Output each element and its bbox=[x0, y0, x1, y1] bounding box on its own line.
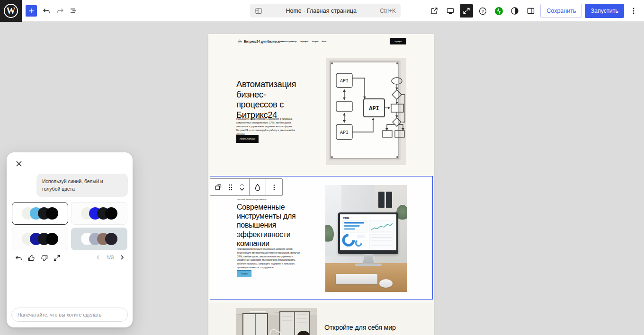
close-icon bbox=[15, 160, 23, 168]
redo-icon bbox=[56, 7, 64, 15]
site-logo-icon bbox=[238, 39, 242, 44]
block-options-button[interactable] bbox=[268, 180, 280, 194]
regenerate-undo-button[interactable] bbox=[14, 254, 23, 262]
thumbs-down-icon bbox=[40, 254, 48, 262]
header-cta-button[interactable]: Тарифы bbox=[390, 38, 406, 44]
undo-icon bbox=[42, 7, 51, 15]
jetpack-button[interactable] bbox=[492, 4, 505, 18]
hero-image-whiteboard[interactable]: API API API bbox=[326, 58, 406, 165]
office-photo-graphic bbox=[236, 308, 317, 335]
api-label-1: API bbox=[340, 79, 349, 84]
nav-item-blog[interactable]: Блог bbox=[322, 40, 326, 43]
wordpress-icon: W bbox=[4, 4, 18, 18]
expand-icon bbox=[462, 7, 471, 15]
imac-computer: CRM bbox=[338, 212, 398, 258]
crm-dashboard-graphic: CRM bbox=[340, 214, 396, 250]
site-header-block[interactable]: Битрикс24 для бизнеса Главная страница Т… bbox=[208, 34, 434, 48]
chevron-up-icon bbox=[239, 183, 245, 187]
shortcut-hint: Ctrl+K bbox=[380, 8, 396, 14]
section3-block[interactable]: Откройте для себя мир bbox=[208, 303, 434, 335]
wordpress-logo-button[interactable]: W bbox=[0, 0, 22, 22]
hero-title[interactable]: Автоматизация бизнес-процессов с Битрикс… bbox=[236, 79, 300, 120]
section2-body[interactable]: Платформа Битрикс24 предлагает широкий н… bbox=[237, 247, 301, 270]
chevron-down-icon bbox=[239, 187, 245, 191]
nav-item-pricing[interactable]: Тарифы bbox=[300, 40, 309, 43]
contrast-button[interactable] bbox=[508, 4, 521, 18]
prev-page-button[interactable] bbox=[94, 254, 102, 261]
svg-text:?: ? bbox=[482, 9, 484, 14]
section2-image-desk[interactable]: CRM bbox=[325, 185, 407, 292]
palette-option-4[interactable] bbox=[71, 228, 127, 250]
block-toolbar bbox=[210, 178, 283, 196]
expand-result-button[interactable] bbox=[53, 254, 61, 262]
api-flowchart-illustration: API API API bbox=[326, 58, 406, 165]
block-type-button[interactable] bbox=[212, 180, 224, 194]
drag-dots-icon bbox=[228, 184, 233, 191]
swatch bbox=[46, 207, 58, 220]
drag-handle[interactable] bbox=[224, 180, 237, 194]
contrast-icon bbox=[510, 7, 519, 15]
save-button[interactable]: Сохранить bbox=[540, 4, 582, 18]
desktop-icon bbox=[446, 7, 455, 15]
fullscreen-button[interactable] bbox=[460, 4, 473, 18]
styles-button[interactable] bbox=[251, 180, 264, 194]
layout-icon bbox=[255, 7, 262, 15]
imac-screen: CRM bbox=[338, 212, 398, 254]
section3-image-office[interactable] bbox=[236, 308, 317, 335]
ellipsis-vertical-icon bbox=[629, 7, 638, 15]
swatch bbox=[105, 207, 117, 220]
palette-option-1[interactable] bbox=[12, 202, 68, 225]
keyboard bbox=[336, 274, 377, 284]
expand-icon bbox=[53, 254, 61, 262]
section2-eyebrow[interactable]: Что такое автоматизация бизнеса? bbox=[237, 198, 267, 201]
ai-feedback-actions bbox=[14, 254, 61, 262]
settings-sidebar-button[interactable] bbox=[524, 4, 537, 18]
imac-stand bbox=[363, 254, 374, 264]
swatch bbox=[105, 233, 117, 245]
site-nav: Главная страница Тарифы Услуги Блог bbox=[278, 40, 327, 43]
redo-button[interactable] bbox=[54, 5, 66, 17]
next-page-button[interactable] bbox=[118, 254, 126, 261]
launch-button[interactable]: Запустить bbox=[585, 4, 624, 18]
close-panel-button[interactable] bbox=[14, 159, 24, 168]
plus-icon bbox=[27, 7, 35, 15]
page-indicator: 1/3 bbox=[107, 255, 114, 260]
thumbs-up-button[interactable] bbox=[27, 254, 36, 262]
ai-prompt-input[interactable] bbox=[11, 308, 128, 322]
thumbs-down-button[interactable] bbox=[40, 254, 48, 262]
ai-pagination: 1/3 bbox=[94, 254, 126, 261]
palette-option-2[interactable] bbox=[71, 202, 127, 225]
api-label-3: API bbox=[340, 130, 349, 135]
undo-button[interactable] bbox=[41, 5, 52, 17]
user-message-bubble: Используй синий, белый и голубой цвета bbox=[36, 174, 128, 197]
site-brand[interactable]: Битрикс24 для бизнеса bbox=[238, 39, 280, 44]
preview-desktop-button[interactable] bbox=[444, 4, 457, 18]
palette-option-3[interactable] bbox=[12, 228, 68, 250]
transform-blocks-icon bbox=[215, 183, 223, 191]
list-view-icon bbox=[69, 7, 78, 15]
section2-cta-button[interactable]: Услуги bbox=[237, 270, 251, 277]
ai-assistant-panel: Используй синий, белый и голубой цвета bbox=[7, 152, 133, 327]
chevron-left-icon bbox=[96, 255, 100, 260]
list-view-button[interactable] bbox=[68, 5, 79, 17]
section2-title[interactable]: Современные инструменты для повышения эф… bbox=[237, 203, 299, 248]
command-palette[interactable]: Home · Главная страница Ctrl+K bbox=[250, 4, 401, 18]
site-brand-name: Битрикс24 для бизнеса bbox=[244, 40, 280, 43]
jetpack-icon bbox=[494, 7, 503, 16]
hero-body[interactable]: Повышайте эффективность компании с помощ… bbox=[236, 117, 298, 136]
section3-title[interactable]: Откройте для себя мир bbox=[324, 324, 429, 331]
mouse bbox=[379, 279, 393, 288]
chevron-right-icon bbox=[120, 255, 125, 260]
document-title: Home · Главная страница bbox=[262, 8, 380, 14]
open-site-button[interactable] bbox=[428, 4, 441, 18]
swatch bbox=[46, 233, 58, 245]
hero-cta-button[interactable]: Узнать больше bbox=[236, 135, 259, 143]
options-menu-button[interactable] bbox=[627, 4, 640, 18]
nav-item-services[interactable]: Услуги bbox=[312, 40, 318, 43]
block-inserter-button[interactable] bbox=[26, 5, 37, 17]
imac-base bbox=[355, 264, 382, 266]
binder bbox=[378, 192, 385, 208]
help-button[interactable]: ? bbox=[476, 4, 489, 18]
block-mover[interactable] bbox=[237, 183, 247, 191]
nav-item-home[interactable]: Главная страница bbox=[278, 40, 297, 43]
